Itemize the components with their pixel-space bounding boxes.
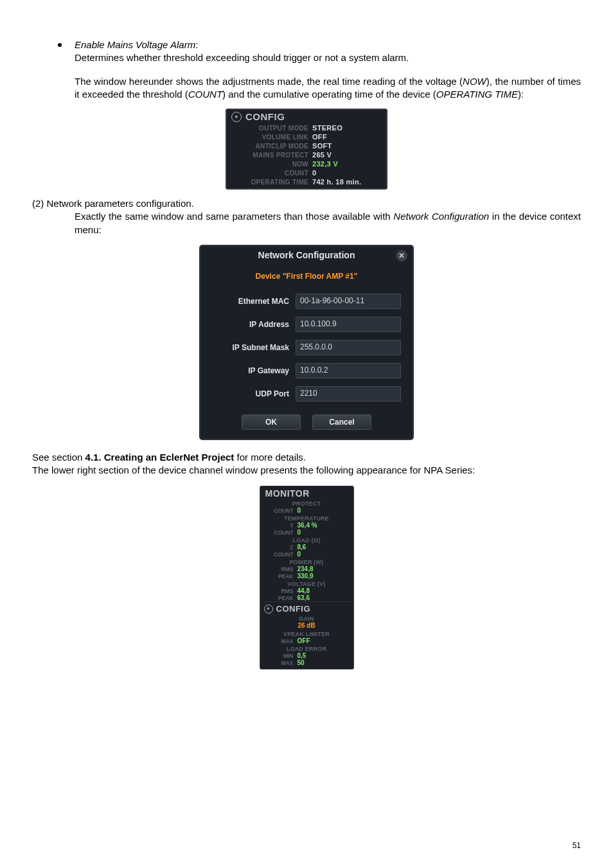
see-section-line: See section 4.1. Creating an EclerNet Pr… (32, 451, 581, 464)
loaderror-key: MAX (265, 660, 298, 666)
config-expand-icon[interactable]: ✦ (231, 112, 242, 122)
config-row: OUTPUT MODESTEREO (226, 123, 387, 132)
close-icon[interactable]: ✕ (396, 250, 407, 261)
monitor-config-title: CONFIG (276, 604, 311, 614)
monitor-key: RMS (265, 566, 298, 572)
gain-label: GAIN (260, 614, 353, 622)
vpeak-row: MAXOFF (260, 637, 353, 644)
config-row: NOW232,3 V (226, 159, 387, 168)
config-row-label: MAINS PROTECT (231, 152, 312, 159)
config-row-value: OFF (312, 133, 327, 141)
monitor-value: 330,9 (298, 572, 314, 580)
network-field-label: UDP Port (212, 389, 289, 398)
config-row-value: 265 V (312, 151, 332, 159)
see-section-post: for more details. (234, 452, 306, 463)
network-field-input[interactable]: 00-1a-96-00-00-11 (296, 294, 401, 309)
monitor-value: 63,6 (298, 594, 310, 601)
monitor-row: Z8,6 (260, 544, 353, 551)
section-2-heading: (2) Network parameters configuration. (32, 197, 581, 210)
para1-pre: The window hereunder shows the adjustmen… (75, 76, 463, 87)
loaderror-key: MIN (265, 653, 298, 659)
monitor-key: RMS (265, 588, 298, 594)
network-field-row: UDP Port2210 (200, 382, 413, 405)
monitor-config-header: ✦ CONFIG (260, 601, 353, 614)
para1-now: NOW (463, 76, 486, 87)
config-row-label: COUNT (231, 170, 312, 177)
monitor-row: RMS44,8 (260, 587, 353, 594)
vpeak-key: MAX (265, 638, 298, 644)
monitor-row: RMS234,8 (260, 565, 353, 572)
config-row-value: 0 (312, 169, 316, 177)
see-section-pre: See section (32, 452, 85, 463)
config-row-label: OUTPUT MODE (231, 125, 312, 132)
monitor-section-label: TEMPERATURE (260, 514, 353, 522)
config-row-label: ANTICLIP MODE (231, 143, 312, 150)
para1-mid2: ) and the cumulative operating time of t… (222, 89, 436, 100)
gain-value: 26 dB (260, 622, 353, 630)
config-title: CONFIG (245, 111, 285, 122)
bullet-text: Enable Mains Voltage Alarm: Determines w… (75, 39, 409, 65)
section-2-text: Exactly the same window and same paramet… (75, 210, 581, 236)
network-field-input[interactable]: 10.0.100.9 (296, 317, 401, 332)
network-field-row: Ethernet MAC00-1a-96-00-00-11 (200, 290, 413, 313)
network-field-label: IP Gateway (212, 366, 289, 375)
config-row: OPERATING TIME742 h. 18 min. (226, 177, 387, 186)
monitor-key: COUNT (265, 529, 298, 536)
monitor-row: PEAK63,6 (260, 594, 353, 601)
monitor-row: COUNT0 (260, 529, 353, 536)
monitor-value: 234,8 (298, 565, 314, 572)
vpeak-value: OFF (298, 637, 310, 644)
monitor-panel: MONITOR PROTECTCOUNT0TEMPERATURET36,4 %C… (260, 486, 354, 669)
config-row-value: SOFT (312, 142, 332, 150)
monitor-key: PEAK (265, 595, 298, 601)
monitor-key: Z (265, 544, 298, 551)
para1-end: ): (518, 89, 524, 100)
bullet-description: Determines whether threshold exceeding s… (75, 52, 409, 63)
monitor-key: PEAK (265, 573, 298, 580)
monitor-section-label: PROTECT (260, 499, 353, 507)
config-row-value: 742 h. 18 min. (312, 178, 361, 186)
network-field-row: IP Subnet Mask255.0.0.0 (200, 336, 413, 359)
lower-right-text: The lower right section of the device ch… (32, 464, 581, 477)
loaderror-row: MAX50 (260, 659, 353, 666)
config-panel: ✦ CONFIG OUTPUT MODESTEREOVOLUME LINKOFF… (226, 109, 387, 190)
network-field-label: IP Subnet Mask (212, 343, 289, 352)
monitor-value: 0 (298, 507, 301, 514)
config-row-label: OPERATING TIME (231, 179, 312, 186)
network-field-input[interactable]: 10.0.0.2 (296, 363, 401, 378)
bullet-colon: : (195, 39, 198, 50)
monitor-row: COUNT0 (260, 551, 353, 558)
monitor-section-label: LOAD (Ω) (260, 536, 353, 544)
monitor-section-label: VOLTAGE (V) (260, 580, 353, 587)
loaderror-value: 0,5 (298, 652, 306, 659)
config-row: MAINS PROTECT265 V (226, 150, 387, 159)
page-number: 51 (573, 841, 581, 850)
monitor-row: PEAK330,9 (260, 572, 353, 580)
bullet-dot-icon (58, 43, 62, 47)
dialog-buttons: OK Cancel (200, 414, 413, 430)
see-section-bold: 4.1. Creating an EclerNet Project (85, 452, 235, 463)
para1-optime: OPERATING TIME (436, 89, 518, 100)
dialog-title: Network Configuration (258, 250, 355, 260)
para1-count: COUNT (188, 89, 222, 100)
network-config-dialog: Network Configuration ✕ Device "First Fl… (200, 245, 413, 439)
config-expand-icon[interactable]: ✦ (264, 605, 273, 614)
monitor-value: 0 (298, 529, 301, 536)
load-error-label: LOAD ERROR (260, 644, 353, 652)
config-row: COUNT0 (226, 168, 387, 177)
network-field-row: IP Address10.0.100.9 (200, 313, 413, 336)
ok-button[interactable]: OK (242, 414, 301, 430)
monitor-section-label: POWER (W) (260, 558, 353, 565)
config-row: VOLUME LINKOFF (226, 132, 387, 141)
network-field-input[interactable]: 2210 (296, 386, 401, 402)
paragraph-window-desc: The window hereunder shows the adjustmen… (75, 75, 581, 102)
cancel-button[interactable]: Cancel (312, 414, 371, 430)
monitor-value: 44,8 (298, 587, 310, 594)
monitor-value: 8,6 (298, 544, 306, 551)
monitor-value: 0 (298, 551, 301, 558)
vpeak-limiter-label: VPEAK LIMITER (260, 630, 353, 637)
bullet-title: Enable Mains Voltage Alarm (75, 39, 195, 50)
bullet-item: Enable Mains Voltage Alarm: Determines w… (58, 39, 581, 65)
loaderror-value: 50 (298, 659, 305, 666)
network-field-input[interactable]: 255.0.0.0 (296, 340, 401, 355)
